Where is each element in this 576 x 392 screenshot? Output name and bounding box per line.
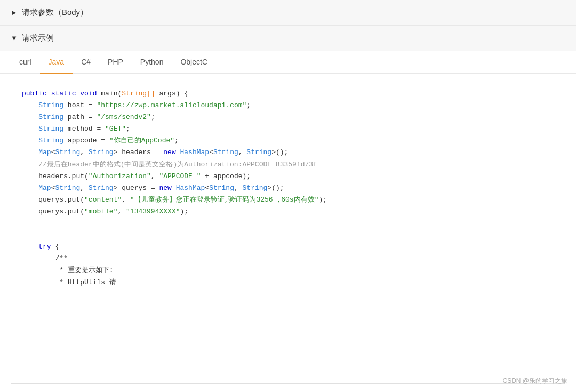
body-params-section[interactable]: ► 请求参数（Body） [0, 0, 576, 26]
example-section[interactable]: ▼ 请求示例 [0, 26, 576, 51]
body-params-label: 请求参数（Body） [22, 7, 88, 18]
tab-php[interactable]: PHP [99, 51, 132, 74]
code-wrapper: public static void main(String[] args) {… [0, 74, 576, 392]
tab-curl[interactable]: curl [11, 51, 40, 74]
tabs-container: curl Java C# PHP Python ObjectC [0, 51, 576, 74]
example-label: 请求示例 [22, 33, 54, 43]
example-arrow: ▼ [11, 34, 18, 42]
tab-python[interactable]: Python [132, 51, 172, 74]
code-box[interactable]: public static void main(String[] args) {… [11, 79, 565, 384]
body-params-arrow: ► [11, 9, 18, 17]
tab-java[interactable]: Java [40, 51, 73, 74]
tab-csharp[interactable]: C# [73, 51, 99, 74]
page-container: ► 请求参数（Body） ▼ 请求示例 curl Java C# PHP Pyt… [0, 0, 576, 392]
code-content: public static void main(String[] args) {… [11, 79, 565, 297]
tab-objectc[interactable]: ObjectC [172, 51, 216, 74]
